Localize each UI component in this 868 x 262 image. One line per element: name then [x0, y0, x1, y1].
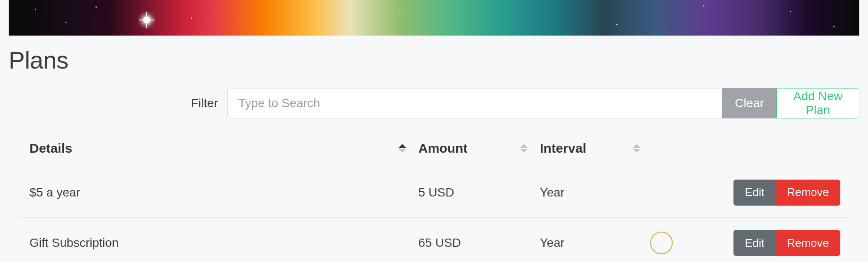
cell-amount: 5 USD — [418, 186, 540, 200]
highlight-ring — [650, 232, 673, 254]
filter-label: Filter — [191, 96, 218, 110]
cell-amount: 65 USD — [418, 236, 540, 250]
add-new-plan-button[interactable]: Add New Plan — [776, 88, 859, 118]
star-decoration — [143, 16, 150, 23]
sort-icon[interactable] — [633, 144, 653, 153]
plans-table: Details Amount Interval $5 a year 5 USD … — [19, 129, 849, 262]
cell-interval: Year — [540, 186, 653, 200]
sort-icon[interactable] — [398, 144, 418, 153]
cell-interval: Year — [540, 236, 653, 250]
cell-details: $5 a year — [19, 186, 418, 200]
column-header-amount[interactable]: Amount — [418, 141, 540, 156]
cell-details: Gift Subscription — [19, 236, 418, 250]
column-label: Interval — [540, 141, 586, 156]
remove-button[interactable]: Remove — [776, 230, 840, 256]
row-actions: Edit Remove — [653, 180, 849, 206]
page-title: Plans — [9, 46, 868, 74]
table-row: $5 a year 5 USD Year Edit Remove — [19, 167, 849, 218]
remove-button[interactable]: Remove — [776, 180, 840, 206]
column-label: Amount — [418, 141, 467, 156]
filter-bar: Filter Clear Add New Plan — [0, 78, 868, 129]
column-label: Details — [30, 141, 72, 156]
search-input[interactable] — [227, 88, 722, 118]
header-banner — [9, 0, 859, 36]
row-actions: Edit Remove — [653, 230, 849, 256]
sort-icon[interactable] — [520, 144, 540, 153]
table-row: Gift Subscription 65 USD Year Edit Remov… — [19, 218, 849, 262]
edit-button[interactable]: Edit — [733, 180, 776, 206]
clear-button[interactable]: Clear — [722, 88, 776, 118]
edit-button[interactable]: Edit — [733, 230, 776, 256]
column-header-details[interactable]: Details — [19, 141, 418, 156]
column-header-interval[interactable]: Interval — [540, 141, 653, 156]
table-header: Details Amount Interval — [19, 129, 849, 167]
